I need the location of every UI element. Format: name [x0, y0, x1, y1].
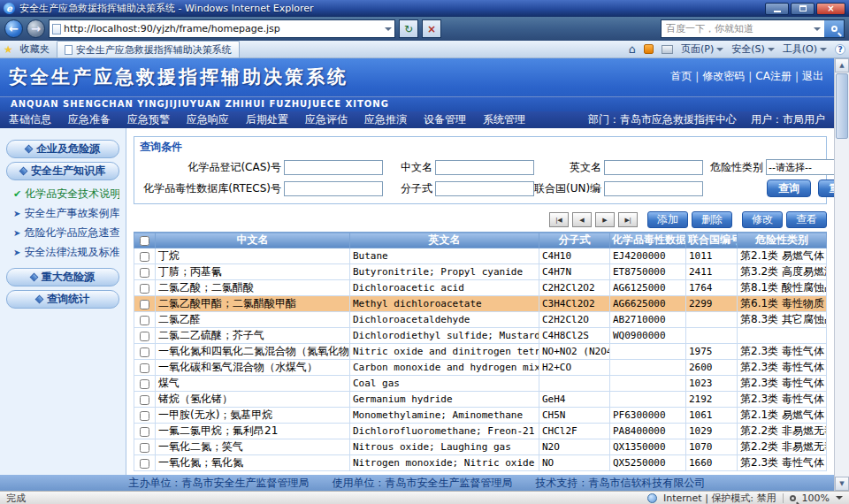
table-row[interactable]: 一氧化氮；氧化氮Nitrogen monoxide; Nitric oxideN… [134, 455, 827, 471]
previous-page-button[interactable]: ◀ [572, 212, 592, 227]
table-row[interactable]: 二氯乙酸甲酯；二氯醋酸甲酯Methyl dichloroacetateC3H4C… [134, 296, 827, 312]
add-button[interactable]: 添加 [647, 211, 688, 228]
zoom-level[interactable]: 100% [802, 493, 830, 504]
row-checkbox[interactable] [140, 252, 149, 262]
feed-icon[interactable] [644, 44, 654, 54]
rtecs-input[interactable] [284, 181, 383, 196]
formula-input[interactable] [435, 181, 534, 196]
reset-button[interactable]: 重置 [818, 179, 834, 197]
sidebar-link[interactable]: ➤安全法律法规及标准库 [13, 245, 119, 260]
home-icon[interactable]: ⌂ [629, 42, 636, 56]
row-checkbox[interactable] [140, 427, 149, 437]
next-page-button[interactable]: ▶ [595, 212, 615, 227]
stop-button[interactable]: × [422, 19, 441, 38]
menubar-item-6[interactable]: 应急推演 [364, 112, 407, 127]
safety-menu[interactable]: 安全(S) [731, 42, 775, 56]
header-link-3[interactable]: 退出 [802, 69, 823, 84]
sidebar-link[interactable]: ✔化学品安全技术说明书 [13, 187, 119, 202]
page-menu[interactable]: 页面(P) [681, 42, 723, 56]
row-checkbox[interactable] [140, 316, 149, 325]
row-checkbox[interactable] [140, 268, 149, 278]
row-checkbox[interactable] [140, 379, 149, 389]
table-row[interactable]: 一甲胺(无水)；氨基甲烷Monomethylamine; Aminomethan… [134, 408, 827, 424]
header-link-0[interactable]: 首页 [670, 69, 692, 84]
select-all-checkbox[interactable] [140, 236, 149, 246]
scroll-thumb[interactable] [836, 73, 848, 139]
sidebar-link[interactable]: ➤安全生产事故案例库 [13, 206, 119, 221]
search-button[interactable]: 查询 [767, 179, 811, 197]
url-input[interactable] [64, 21, 382, 36]
table-row[interactable]: 一氟二氯甲烷；氟利昂21Dichlorofluoromethane; Freon… [134, 424, 827, 439]
un-number-input[interactable] [604, 181, 703, 196]
scroll-track[interactable] [835, 140, 849, 477]
back-button[interactable]: ← [4, 19, 23, 38]
first-page-button[interactable]: |◀ [549, 212, 569, 227]
table-row[interactable]: 一氧化氮和四氧化二氮混合物（氮氧化物，硝酸气，氧化氮气体）Nitric oxid… [134, 344, 827, 360]
row-checkbox[interactable] [140, 395, 149, 405]
scroll-up-button[interactable]: ▲ [835, 58, 849, 73]
refresh-button[interactable]: ↻ [399, 19, 418, 38]
menubar-item-8[interactable]: 系统管理 [483, 112, 525, 127]
cell-cn: 一氧化氮；氧化氮 [156, 455, 350, 471]
forward-button[interactable]: → [27, 19, 45, 38]
menubar-item-0[interactable]: 基础信息 [9, 112, 51, 127]
maximize-button[interactable] [791, 3, 815, 15]
row-checkbox[interactable] [140, 300, 149, 309]
table-row[interactable]: 丁烷ButaneC4H10EJ42000001011第2.1类 易燃气体 [134, 248, 827, 264]
menubar-item-4[interactable]: 后期处置 [246, 112, 288, 127]
chinese-name-input[interactable] [435, 160, 534, 175]
row-checkbox[interactable] [140, 332, 149, 341]
sidebar-link[interactable]: ➤危险化学品应急速查手… [13, 225, 119, 241]
menubar-item-3[interactable]: 应急响应 [187, 112, 229, 127]
scroll-down-button[interactable]: ▼ [835, 477, 849, 491]
delete-button[interactable]: 删除 [692, 211, 732, 228]
table-row[interactable]: 二氯乙醛DichloroacetaldehydeC2H2Cl2OAB271000… [134, 312, 827, 328]
favorites-star-icon[interactable]: ★ [4, 43, 13, 56]
english-name-input[interactable] [604, 160, 703, 175]
table-row[interactable]: 二氯乙酸；二氯醋酸Dichloroacetic acidC2H2Cl2O2AG6… [134, 280, 827, 296]
row-checkbox[interactable] [140, 363, 149, 373]
minimize-button[interactable] [765, 3, 789, 15]
zoom-dropdown-icon[interactable] [836, 496, 843, 500]
row-checkbox[interactable] [140, 347, 149, 357]
table-row[interactable]: 二氯二乙硫醚；芥子气Dichlorodiethyl sulfide; Musta… [134, 328, 827, 344]
header-link-1[interactable]: 修改密码 [702, 69, 745, 84]
active-tab[interactable]: 安全生产应急救援指挥辅助决策系统 [57, 41, 240, 57]
row-checkbox[interactable] [140, 459, 149, 469]
menubar-item-1[interactable]: 应急准备 [68, 112, 111, 127]
hazard-class-select[interactable]: --请选择-- [766, 159, 834, 175]
table-row[interactable]: 丁腈；丙基氰Butyronitrile; Propyl cyanideC4H7N… [134, 264, 827, 280]
header-link-2[interactable]: CA注册 [755, 69, 792, 84]
cas-input[interactable] [284, 160, 383, 175]
last-page-button[interactable]: ▶| [618, 212, 638, 227]
address-dropdown-icon[interactable] [385, 27, 392, 31]
view-button[interactable]: 查看 [786, 211, 827, 228]
modify-button[interactable]: 修改 [742, 211, 783, 228]
table-row[interactable]: 锗烷（氢化锗）Germanium hydrideGeH42192第2.3类 毒性… [134, 392, 827, 408]
row-checkbox[interactable] [140, 284, 149, 294]
content-area: 企业及危险源安全生产知识库✔化学品安全技术说明书➤安全生产事故案例库➤危险化学品… [0, 128, 834, 475]
menubar-item-2[interactable]: 应急预警 [127, 112, 170, 127]
search-input[interactable]: 百度一下，你就知道 [666, 22, 810, 35]
favorites-button[interactable]: 收藏夹 [17, 42, 53, 57]
sidebar-button[interactable]: 企业及危险源 [6, 140, 119, 158]
table-row[interactable]: 一氧化二氮；笑气Nitrous oxide; Laughing gasN2OQX… [134, 439, 827, 455]
search-box[interactable]: 百度一下，你就知道 [661, 19, 845, 38]
tools-menu[interactable]: 工具(O) [783, 42, 827, 56]
menubar-item-7[interactable]: 设备管理 [424, 112, 466, 127]
help-icon[interactable]: ? [835, 44, 845, 55]
row-checkbox[interactable] [140, 411, 149, 421]
table-row[interactable]: 煤气Coal gas1023第2.3类 毒性气体 [134, 376, 827, 392]
row-checkbox[interactable] [140, 443, 149, 453]
search-dropdown-icon[interactable] [814, 27, 821, 31]
table-row[interactable]: 一氧化碳和氢气混合物（水煤气）Carbon monoxide and hydro… [134, 360, 827, 376]
menubar-item-5[interactable]: 应急评估 [305, 112, 348, 127]
page-scrollbar[interactable]: ▲ ▼ [834, 58, 849, 491]
sidebar-button[interactable]: 安全生产知识库 [6, 162, 119, 180]
close-button[interactable]: × [816, 3, 845, 15]
search-icon[interactable] [824, 20, 844, 37]
sidebar-button[interactable]: 查询统计 [6, 290, 119, 309]
sidebar-button[interactable]: 重大危险源 [6, 268, 119, 286]
print-icon[interactable] [662, 45, 673, 54]
address-bar[interactable] [49, 19, 395, 38]
